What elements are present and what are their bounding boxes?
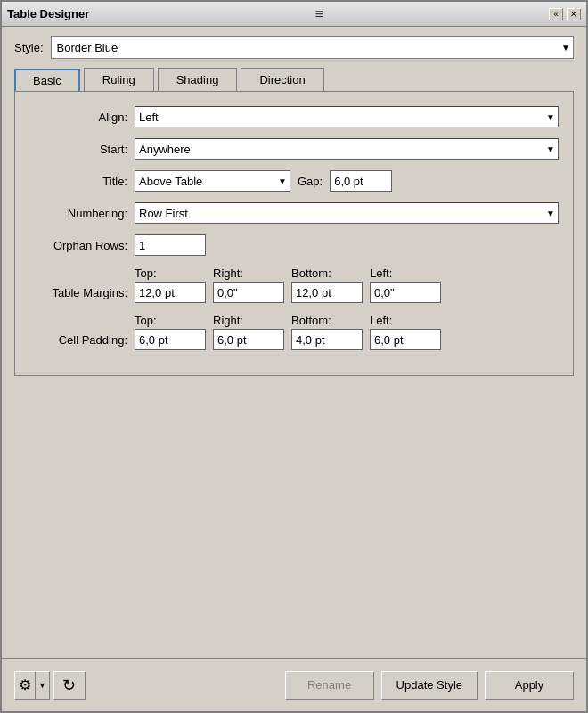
cp-top-input[interactable] [135,329,206,350]
bottom-toolbar: ⚙ ▼ ↻ Rename Update Style Apply [2,658,586,711]
orphan-label: Orphan Rows: [29,239,127,252]
cp-left-input[interactable] [370,329,441,350]
style-select-wrapper: Border Blue ▼ [51,36,574,59]
tm-left-input[interactable] [370,282,441,303]
cell-padding-label: Cell Padding: [29,333,127,347]
table-margins-values: Table Margins: [29,282,559,303]
gap-label: Gap: [298,175,323,188]
gear-button-group: ⚙ ▼ [14,671,50,700]
tm-top-header: Top: [135,266,206,280]
start-select[interactable]: Anywhere Top of Page Top of Column [135,138,559,160]
tm-right-input[interactable] [213,282,284,303]
action-buttons: Rename Update Style Apply [285,671,574,700]
table-margins-section: Top: Right: Bottom: Left: Table Margins: [29,266,559,303]
tab-bar: Basic Ruling Shading Direction Align: Le… [2,68,586,376]
refresh-button[interactable]: ↻ [53,671,86,700]
tab-ruling[interactable]: Ruling [84,68,154,91]
cp-left-header: Left: [370,314,441,327]
cell-padding-section: Top: Right: Bottom: Left: Cell Padding: [29,314,559,350]
numbering-label: Numbering: [29,207,127,220]
orphan-row: Orphan Rows: [29,234,559,256]
numbering-select[interactable]: Row First Column First None [135,202,559,224]
gap-input[interactable] [330,170,392,192]
cp-bottom-input[interactable] [291,329,363,350]
start-select-wrapper: Anywhere Top of Page Top of Column ▼ [135,138,559,160]
gear-button[interactable]: ⚙ [14,671,36,700]
window-title: Table Designer [7,7,89,20]
align-select-wrapper: Left Center Right ▼ [135,106,559,127]
tab-shading[interactable]: Shading [158,68,238,91]
title-label: Title: [29,175,127,188]
tm-bottom-input[interactable] [291,282,363,303]
orphan-input[interactable] [135,234,206,256]
table-margins-headers: Top: Right: Bottom: Left: [135,266,559,280]
minimize-button[interactable]: « [549,8,563,20]
cell-padding-headers: Top: Right: Bottom: Left: [135,314,559,327]
style-row: Style: Border Blue ▼ [2,27,586,68]
tm-left-header: Left: [370,266,441,280]
tm-right-header: Right: [213,266,284,280]
align-label: Align: [29,111,127,124]
style-select[interactable]: Border Blue [51,36,574,59]
tm-top-input[interactable] [135,282,206,303]
numbering-select-wrapper: Row First Column First None ▼ [135,202,559,224]
tab-basic[interactable]: Basic [14,69,80,91]
update-style-button[interactable]: Update Style [381,671,478,700]
spacer [2,376,586,658]
main-window: Table Designer ≡ « ✕ Style: Border Blue … [0,0,588,713]
start-label: Start: [29,143,127,156]
close-button[interactable]: ✕ [567,8,581,20]
start-row: Start: Anywhere Top of Page Top of Colum… [29,138,559,160]
menu-icon[interactable]: ≡ [314,6,323,22]
cp-bottom-header: Bottom: [291,314,363,327]
align-row: Align: Left Center Right ▼ [29,106,559,127]
rename-button[interactable]: Rename [285,671,374,700]
table-margins-label: Table Margins: [29,286,127,299]
title-bar: Table Designer ≡ « ✕ [2,2,586,27]
title-row: Title: Above Table Below Table None ▼ Ga… [29,170,559,192]
tabs: Basic Ruling Shading Direction [14,68,574,91]
title-select-wrapper: Above Table Below Table None ▼ [135,170,290,192]
cp-right-header: Right: [213,314,284,327]
numbering-row: Numbering: Row First Column First None ▼ [29,202,559,224]
cp-right-input[interactable] [213,329,284,350]
style-label: Style: [14,41,44,54]
tm-bottom-header: Bottom: [291,266,363,280]
refresh-icon: ↻ [62,676,76,695]
apply-button[interactable]: Apply [485,671,574,700]
cell-padding-values: Cell Padding: [29,329,559,350]
cp-top-header: Top: [135,314,206,327]
align-select[interactable]: Left Center Right [135,106,559,127]
title-select[interactable]: Above Table Below Table None [135,170,290,192]
toolbar-left: ⚙ ▼ ↻ [14,671,278,700]
tab-direction[interactable]: Direction [241,68,323,91]
gear-dropdown-button[interactable]: ▼ [36,671,50,700]
basic-tab-panel: Align: Left Center Right ▼ Start: Anywhe… [14,91,574,376]
